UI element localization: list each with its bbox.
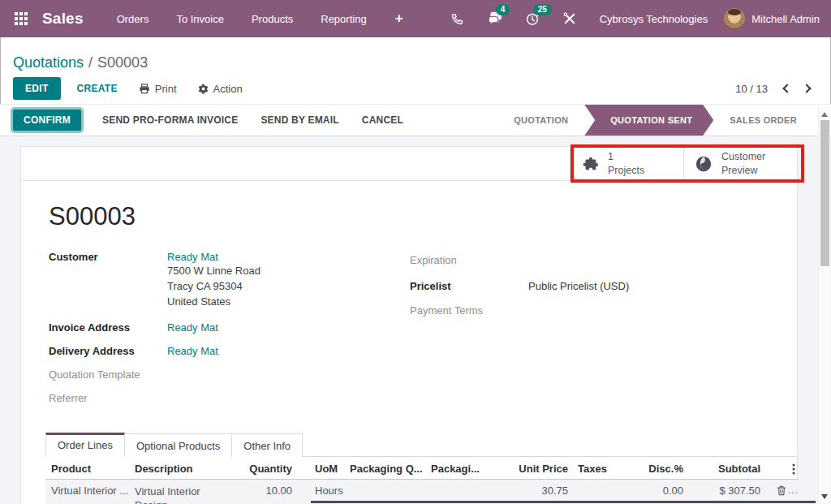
tools-icon[interactable]	[561, 10, 579, 28]
projects-smart-button[interactable]: 1 Projects	[570, 147, 683, 180]
invoice-address-label: Invoice Address	[49, 321, 167, 334]
confirm-button[interactable]: CONFIRM	[13, 110, 81, 131]
col-quantity[interactable]: Quantity	[218, 463, 292, 475]
tab-optional-products[interactable]: Optional Products	[124, 433, 232, 457]
menu-reporting[interactable]: Reporting	[307, 2, 380, 37]
col-product[interactable]: Product	[45, 463, 129, 475]
col-uom[interactable]: UoM	[292, 463, 345, 475]
status-pipeline: QUOTATION QUOTATION SENT SALES ORDER	[497, 105, 813, 136]
vertical-scrollbar[interactable]	[818, 108, 830, 503]
pager-next-icon[interactable]	[802, 84, 811, 93]
pager: 10 / 13	[735, 83, 810, 95]
send-by-email-button[interactable]: SEND BY EMAIL	[260, 114, 338, 126]
cell-unit-price[interactable]: 30.75	[507, 485, 568, 497]
optional-columns-toggle[interactable]	[760, 463, 799, 475]
payment-terms-field: Payment Terms	[410, 304, 791, 317]
horizontal-scrollbar-thumb[interactable]	[311, 501, 816, 503]
breadcrumb-current: S00003	[97, 54, 148, 71]
print-label: Print	[155, 83, 177, 95]
edit-button[interactable]: EDIT	[13, 77, 61, 100]
col-description[interactable]: Description	[129, 462, 218, 476]
navbar-systray: 4 25 Cybrosys Technologies Mitchell Admi…	[429, 8, 820, 29]
state-quotation-sent[interactable]: QUOTATION SENT	[584, 105, 713, 136]
col-subtotal[interactable]: Subtotal	[683, 463, 760, 475]
left-field-group: Customer Ready Mat 7500 W Linne Road Tra…	[49, 251, 398, 404]
customer-preview-value: Customer	[721, 150, 765, 163]
customer-label: Customer	[49, 251, 167, 309]
customer-link[interactable]: Ready Mat	[167, 251, 260, 263]
state-sales-order[interactable]: SALES ORDER	[713, 105, 813, 136]
customer-field: Customer Ready Mat 7500 W Linne Road Tra…	[49, 251, 398, 309]
send-proforma-button[interactable]: SEND PRO-FORMA INVOICE	[102, 114, 238, 126]
pager-previous-icon[interactable]	[782, 84, 791, 93]
breadcrumb-quotations-link[interactable]: Quotations	[13, 54, 84, 71]
quotation-sheet: 1 Projects Customer Preview S00003 Custo	[20, 146, 798, 504]
statusbar: CONFIRM SEND PRO-FORMA INVOICE SEND BY E…	[0, 104, 831, 136]
record-title[interactable]: S00003	[49, 202, 797, 231]
invoice-address-link[interactable]: Ready Mat	[167, 321, 218, 334]
projects-label: Projects	[608, 164, 644, 177]
referrer-field: Referrer	[49, 392, 398, 404]
col-packaging-qty[interactable]: Packaging Q...	[345, 463, 426, 475]
plus-icon[interactable]: +	[381, 1, 418, 37]
customer-preview-smart-button[interactable]: Customer Preview	[683, 147, 797, 180]
odoo-sales-quotation-page: { "navbar": { "app": "Sales", "menus": […	[0, 0, 831, 504]
scrollbar-up-arrow-icon[interactable]	[821, 112, 828, 117]
state-quotation[interactable]: QUOTATION	[497, 105, 584, 136]
col-taxes[interactable]: Taxes	[568, 463, 626, 475]
create-button[interactable]: CREATE	[77, 83, 118, 94]
phone-icon[interactable]	[449, 10, 467, 28]
scrollbar-down-arrow-icon[interactable]	[821, 494, 828, 499]
cell-description[interactable]: Virtual Interior Design	[129, 485, 218, 504]
messages-icon[interactable]: 4	[486, 10, 504, 28]
quotation-template-field: Quotation Template	[49, 368, 398, 381]
tab-other-info[interactable]: Other Info	[231, 433, 303, 457]
expiration-label: Expiration	[410, 254, 528, 266]
cell-product[interactable]: Virtual Interior ...	[45, 485, 129, 497]
activities-badge: 25	[533, 4, 552, 15]
col-disc[interactable]: Disc.%	[626, 463, 683, 475]
company-name[interactable]: Cybrosys Technologies	[600, 13, 708, 25]
cell-disc[interactable]: 0.00	[626, 485, 683, 497]
col-packaging[interactable]: Packagi...	[426, 463, 507, 475]
customer-preview-label: Preview	[721, 164, 765, 177]
trash-icon	[777, 485, 786, 496]
address-city: Tracy CA 95304	[167, 278, 260, 294]
app-title[interactable]: Sales	[42, 10, 84, 28]
menu-to-invoice[interactable]: To Invoice	[162, 2, 238, 37]
messages-badge: 4	[496, 4, 510, 15]
scrollbar-thumb[interactable]	[820, 120, 829, 266]
form-fields: Customer Ready Mat 7500 W Linne Road Tra…	[49, 251, 773, 404]
kebab-menu-icon	[792, 463, 795, 475]
delete-row-button[interactable]	[777, 485, 786, 496]
cell-quantity[interactable]: 10.00	[218, 485, 292, 497]
delivery-address-link[interactable]: Ready Mat	[167, 345, 218, 357]
row-overflow-ellipsis: ...	[788, 485, 799, 496]
delivery-address-label: Delivery Address	[49, 345, 167, 357]
col-unit-price[interactable]: Unit Price	[507, 463, 568, 475]
expiration-field: Expiration	[410, 254, 791, 266]
menu-orders[interactable]: Orders	[103, 2, 163, 37]
pricelist-value[interactable]: Public Pricelist (USD)	[528, 280, 629, 292]
user-avatar[interactable]	[724, 8, 745, 29]
user-name[interactable]: Mitchell Admin	[751, 13, 820, 25]
payment-terms-label: Payment Terms	[410, 304, 528, 317]
gear-icon	[198, 84, 209, 94]
right-field-group: Expiration Pricelist Public Pricelist (U…	[410, 254, 791, 317]
table-header-row: Product Description Quantity UoM Packagi…	[45, 459, 799, 480]
address-street: 7500 W Linne Road	[167, 263, 260, 278]
top-navbar: Sales Orders To Invoice Products Reporti…	[0, 0, 831, 37]
menu-products[interactable]: Products	[238, 2, 307, 37]
print-button[interactable]: Print	[139, 83, 177, 95]
activities-icon[interactable]: 25	[523, 10, 541, 28]
order-lines-table: Product Description Quantity UoM Packagi…	[45, 459, 799, 504]
tab-order-lines[interactable]: Order Lines	[45, 433, 125, 457]
action-button[interactable]: Action	[198, 83, 243, 95]
cell-uom[interactable]: Hours	[292, 485, 345, 497]
apps-menu-icon[interactable]	[11, 9, 31, 28]
cell-subtotal[interactable]: $ 307.50	[683, 485, 760, 497]
pricelist-label: Pricelist	[410, 280, 528, 292]
cancel-button[interactable]: CANCEL	[362, 114, 403, 126]
puzzle-icon	[581, 155, 599, 173]
projects-count: 1	[608, 150, 644, 163]
